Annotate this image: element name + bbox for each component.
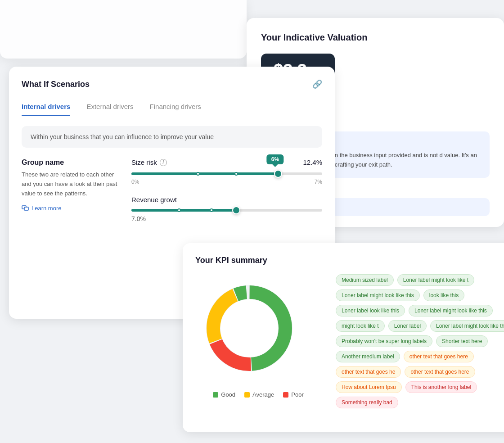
- size-risk-label: Size risk i: [131, 158, 167, 166]
- tag-item-17: Something really bad: [336, 397, 398, 408]
- revenue-value: 7.0%: [131, 215, 322, 222]
- tag-item-13: other text that goes he: [336, 366, 401, 378]
- group-left: Group name These two are related to each…: [22, 158, 121, 222]
- tag-item-2: Loner label might look like this: [336, 289, 420, 301]
- tag-item-15: How about Lorem Ipsu: [336, 381, 402, 393]
- learn-more-link[interactable]: Learn more: [22, 204, 121, 212]
- group-right: Size risk i 12.4% 6%: [131, 158, 322, 222]
- scenarios-card-title: What If Scenarios: [22, 80, 90, 89]
- link-icon[interactable]: 🔗: [312, 79, 322, 89]
- legend-poor-dot: [283, 392, 288, 398]
- description-box: Within your business that you can influe…: [22, 126, 322, 148]
- tabs-container: Internal drivers External drivers Financ…: [22, 98, 322, 115]
- tag-item-7: Loner label: [388, 320, 427, 332]
- revenue-slider-thumb[interactable]: [232, 206, 240, 214]
- slider-tooltip: 6%: [267, 154, 284, 164]
- tag-item-1: Loner label might look like t: [397, 274, 474, 286]
- revenue-slider-fill: [131, 209, 236, 212]
- svg-rect-1: [24, 207, 28, 210]
- size-risk-section: Size risk i 12.4% 6%: [131, 158, 322, 185]
- learn-more-label: Learn more: [32, 205, 61, 212]
- tag-item-12: other text that goes here: [404, 351, 474, 362]
- donut-wrapper: Good Average Poor: [195, 274, 321, 398]
- revenue-label: Revenue growt: [131, 196, 322, 203]
- top-partial-card: [0, 0, 247, 59]
- donut-chart: [195, 274, 303, 382]
- legend-average: Average: [244, 391, 274, 398]
- tag-item-16: This is another long label: [405, 381, 477, 393]
- tag-item-10: Shorter text here: [436, 335, 488, 347]
- slider-fill: [131, 172, 278, 175]
- slider-dot-1: [196, 172, 200, 176]
- tag-item-14: other text that goes here: [405, 366, 475, 378]
- kpi-card: Your KPI summary Good: [183, 243, 504, 432]
- legend-average-dot: [244, 392, 250, 398]
- tag-item-0: Medium sized label: [336, 274, 394, 286]
- legend-average-label: Average: [252, 391, 274, 398]
- kpi-content: Good Average Poor Medium sized labelLone…: [195, 274, 504, 408]
- description-text: Within your business that you can influe…: [31, 133, 214, 140]
- legend-poor: Poor: [283, 391, 303, 398]
- card-header: What If Scenarios 🔗: [22, 79, 322, 89]
- donut-legend: Good Average Poor: [195, 391, 321, 398]
- legend-good-dot: [213, 392, 218, 398]
- size-risk-info-icon[interactable]: i: [160, 159, 167, 166]
- group-desc: These two are related to each other and …: [22, 170, 121, 198]
- slider-track: 6%: [131, 172, 322, 175]
- tab-internal-drivers[interactable]: Internal drivers: [22, 98, 70, 115]
- slider-thumb[interactable]: 6%: [274, 170, 282, 178]
- revenue-section: Revenue growt 7.0%: [131, 196, 322, 222]
- learn-more-icon: [22, 204, 29, 212]
- legend-good: Good: [213, 391, 235, 398]
- tab-financing-drivers[interactable]: Financing drivers: [150, 98, 201, 115]
- slider-min-label: 0%: [131, 179, 139, 185]
- tag-item-3: look like this: [423, 289, 464, 301]
- tag-item-9: Probably won't be super long labels: [336, 335, 432, 347]
- revenue-dot-1: [177, 208, 181, 212]
- size-risk-header: Size risk i 12.4%: [131, 158, 322, 166]
- tag-item-6: might look like t: [336, 320, 385, 332]
- group-name: Group name: [22, 158, 121, 167]
- tag-item-5: Loner label might look like this: [409, 305, 493, 316]
- kpi-card-title: Your KPI summary: [195, 256, 504, 265]
- slider-range-labels: 0% 7%: [131, 179, 322, 185]
- tab-external-drivers[interactable]: External drivers: [86, 98, 133, 115]
- tags-grid: Medium sized labelLoner label might look…: [336, 274, 504, 408]
- revenue-slider-track: [131, 209, 322, 212]
- tags-section: Medium sized labelLoner label might look…: [336, 274, 504, 408]
- revenue-dot-2: [210, 208, 213, 212]
- slider-dot-2: [234, 172, 238, 176]
- tag-item-4: Loner label look like this: [336, 305, 405, 316]
- group-grid: Group name These two are related to each…: [22, 158, 322, 222]
- tag-item-8: Loner label might look like this: [430, 320, 504, 332]
- size-risk-slider[interactable]: 6%: [131, 172, 322, 175]
- revenue-slider[interactable]: [131, 209, 322, 212]
- legend-poor-label: Poor: [291, 391, 303, 398]
- legend-good-label: Good: [221, 391, 235, 398]
- size-risk-value: 12.4%: [303, 158, 322, 166]
- valuation-card-title: Your Indicative Valuation: [261, 32, 490, 43]
- slider-max-label: 7%: [315, 179, 322, 185]
- tag-item-11: Another medium label: [336, 351, 400, 362]
